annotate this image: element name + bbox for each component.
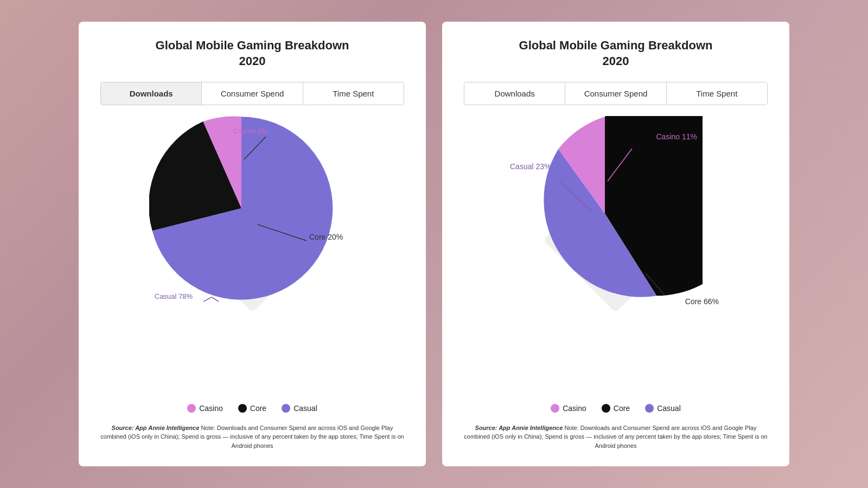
- right-legend-casino-dot: [551, 404, 559, 413]
- right-legend-core-label: Core: [614, 404, 630, 413]
- left-pie-chart: [149, 116, 334, 300]
- right-legend: Casino Core Casual: [551, 404, 681, 413]
- left-legend: Casino Core Casual: [187, 404, 317, 413]
- left-chart-area: Casino 2% Core 20% Casual 78%: [100, 116, 404, 393]
- left-legend-core: Core: [238, 404, 266, 413]
- right-label-casino: Casino 11%: [656, 132, 698, 141]
- right-legend-casual-label: Casual: [657, 404, 681, 413]
- right-tab-downloads[interactable]: Downloads: [464, 82, 565, 105]
- left-tab-time-spent[interactable]: Time Spent: [303, 82, 404, 105]
- right-tab-time-spent[interactable]: Time Spent: [667, 82, 767, 105]
- right-label-core: Core 66%: [685, 297, 719, 306]
- left-tab-downloads[interactable]: Downloads: [101, 82, 202, 105]
- left-legend-casino-dot: [187, 404, 196, 413]
- left-legend-core-label: Core: [250, 404, 266, 413]
- left-legend-casino: Casino: [187, 404, 223, 413]
- left-legend-casual: Casual: [282, 404, 317, 413]
- left-legend-core-dot: [238, 404, 247, 413]
- right-chart-area: Casino 11% Casual 23% Core 66%: [464, 116, 768, 393]
- right-legend-core-dot: [602, 404, 610, 413]
- right-pie-chart: [507, 116, 703, 311]
- left-legend-casual-dot: [282, 404, 290, 413]
- right-tabs: Downloads Consumer Spend Time Spent: [464, 82, 768, 105]
- left-chart-wrapper: Casino 2% Core 20% Casual 78%: [149, 116, 355, 322]
- left-source: Source: App Annie Intelligence Note: Dow…: [100, 423, 404, 451]
- right-legend-casino: Casino: [551, 404, 586, 413]
- left-tab-consumer-spend[interactable]: Consumer Spend: [202, 82, 303, 105]
- left-label-core: Core 20%: [309, 233, 343, 241]
- left-card: Global Mobile Gaming Breakdown2020 Downl…: [79, 22, 426, 466]
- right-legend-casual-dot: [645, 404, 654, 413]
- right-source: Source: App Annie Intelligence Note: Dow…: [464, 423, 768, 451]
- right-card: Global Mobile Gaming Breakdown2020 Downl…: [442, 22, 789, 466]
- left-tabs: Downloads Consumer Spend Time Spent: [100, 82, 404, 105]
- right-label-casual: Casual 23%: [510, 162, 551, 171]
- right-legend-casino-label: Casino: [563, 404, 586, 413]
- left-legend-casual-label: Casual: [293, 404, 317, 413]
- left-label-casual: Casual 78%: [155, 292, 193, 300]
- right-card-title: Global Mobile Gaming Breakdown2020: [519, 38, 713, 69]
- right-legend-casual: Casual: [645, 404, 681, 413]
- left-legend-casino-label: Casino: [199, 404, 223, 413]
- right-legend-core: Core: [602, 404, 630, 413]
- right-chart-wrapper: Casino 11% Casual 23% Core 66%: [507, 116, 724, 333]
- left-card-title: Global Mobile Gaming Breakdown2020: [156, 38, 349, 69]
- left-label-casino: Casino 2%: [233, 127, 267, 135]
- right-tab-consumer-spend[interactable]: Consumer Spend: [565, 82, 666, 105]
